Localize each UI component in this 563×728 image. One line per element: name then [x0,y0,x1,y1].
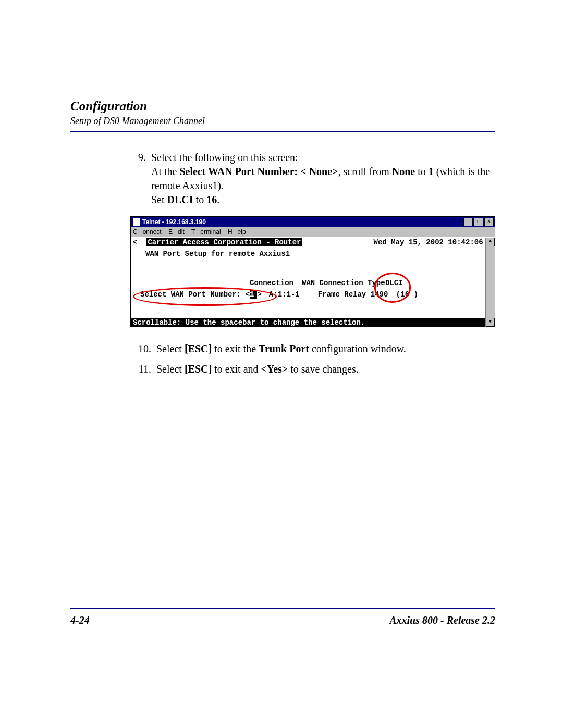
page-footer: 4-24 Axxius 800 - Release 2.2 [70,608,495,626]
step-number: 9. [130,151,151,207]
terminal-area: < Carrier Access Corporation - Router We… [131,237,495,327]
content-area: 9. Select the following on this screen: … [130,151,495,376]
bold-text: 1 [429,166,434,177]
bold-text: [ESC] [185,363,212,375]
text: Select [156,343,185,354]
text: Set [151,194,167,205]
text: configuration window. [309,343,406,354]
menu-help[interactable]: Help [228,228,246,236]
step-11: 11. Select [ESC] to exit and <Yes> to sa… [130,362,495,376]
text: Select the following on this screen: [151,152,298,163]
menu-edit[interactable]: Edit [168,228,185,236]
telnet-window: Telnet - 192.168.3.190 _ □ × Connect Edi… [130,216,495,327]
row-label: Select WAN Port Number: < [140,290,250,299]
text: to [193,194,207,205]
bold-text: Trunk Port [259,343,309,354]
scroll-down-button[interactable]: ▼ [486,318,495,327]
minimize-button[interactable]: _ [463,218,473,226]
bold-text: None [392,166,415,177]
step-body: Select [ESC] to exit the Trunk Port conf… [156,342,495,356]
window-titlebar: Telnet - 192.168.3.190 _ □ × [131,217,495,227]
maximize-button[interactable]: □ [474,218,483,226]
bold-text: 16 [206,194,217,205]
menu-bar: Connect Edit Terminal Help [131,227,495,237]
footer-rule [70,608,495,609]
bold-text: Select WAN Port Number: < None> [179,166,338,177]
terminal-header-right: Wed May 15, 2002 10:42:06 [374,238,483,246]
col-wantype: WAN Connection Type [302,279,385,287]
row-connection: A:1:1-1 [269,290,318,299]
window-title: Telnet - 192.168.3.190 [142,218,206,226]
step-body: Select [ESC] to exit and <Yes> to save c… [156,362,495,376]
text: , scroll from [338,166,391,177]
step-number: 10. [130,342,156,356]
header-rule [70,131,495,132]
text: Select [156,363,185,375]
product-name: Axxius 800 - Release 2.2 [389,614,495,626]
close-button[interactable]: × [484,218,494,226]
terminal-subtitle: WAN Port Setup for remote Axxius1 [145,250,493,279]
step-body: Select the following on this screen: At … [151,151,495,207]
nav-left[interactable]: < [133,238,137,246]
step-10: 10. Select [ESC] to exit the Trunk Port … [130,342,495,356]
row-gt: > [257,290,261,299]
text: to save changes. [288,363,359,375]
bold-text: <Yes> [261,363,288,375]
bold-text: [ESC] [185,343,212,354]
terminal-header-left: Carrier Access Corporation - Router [146,238,302,246]
document-page: Configuration Setup of DS0 Management Ch… [0,0,563,728]
page-number: 4-24 [70,614,90,626]
terminal-statusbar: Scrollable: Use the spacebar to change t… [131,318,495,327]
menu-connect[interactable]: Connect [133,228,162,236]
text: At the [151,166,179,177]
scroll-up-button[interactable]: ▲ [486,238,495,246]
text: to exit and [212,363,261,375]
text: . [217,194,219,205]
scrollbar[interactable]: ▲ ▼ [485,238,495,327]
bold-text: DLCI [167,194,193,205]
text: to [415,166,429,177]
menu-terminal[interactable]: Terminal [191,228,221,236]
app-icon [133,218,140,226]
col-connection: Connection [250,279,302,287]
page-header-title: Configuration [70,99,495,114]
text: to exit the [212,343,259,354]
step-number: 11. [130,362,156,376]
wan-port-value[interactable]: 1 [250,290,257,299]
row-dlci[interactable]: (16 ) [396,290,418,299]
row-wantype: Frame Relay 1490 [318,290,396,299]
col-dlci: DLCI [385,279,403,287]
step-9: 9. Select the following on this screen: … [130,151,495,207]
page-header-subtitle: Setup of DS0 Management Channel [70,116,495,127]
